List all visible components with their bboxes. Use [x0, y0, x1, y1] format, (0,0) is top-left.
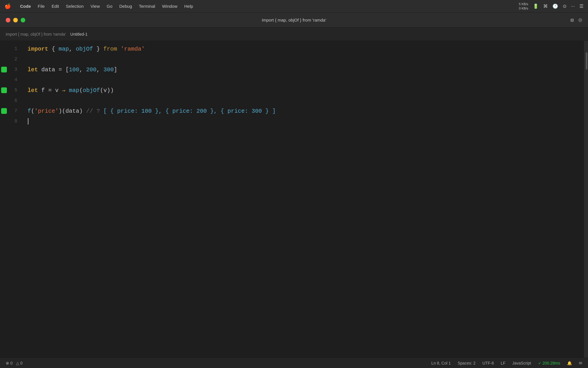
- num-200: 200: [86, 66, 96, 73]
- gutter-line-7: 7: [0, 106, 23, 116]
- punct-comma-2: ,: [96, 66, 103, 73]
- var-data-arg: data: [65, 108, 79, 114]
- feedback-icon[interactable]: ✉: [579, 361, 582, 365]
- code-line-3: let data = [ 100 , 200 , 300 ]: [23, 64, 584, 75]
- window-title: import { map, objOf } from 'ramda': [262, 18, 326, 22]
- settings-circle-button[interactable]: [578, 18, 582, 22]
- maximize-button[interactable]: [21, 18, 25, 22]
- indentation[interactable]: Spaces: 2: [458, 361, 475, 365]
- error-count[interactable]: ⊗ 0 △ 0: [6, 361, 23, 365]
- fn-map: map: [59, 46, 69, 52]
- fn-objof: objOf: [76, 46, 93, 52]
- filename-label[interactable]: Untitled-1: [70, 32, 88, 37]
- warning-number: 0: [20, 361, 23, 365]
- keyword-import: import: [28, 46, 48, 52]
- notifications-icon[interactable]: 🔔: [567, 361, 572, 365]
- scrollbar-thumb[interactable]: [586, 52, 587, 70]
- error-icon: ⊗: [6, 361, 9, 365]
- punct-comma-1: ,: [79, 66, 86, 73]
- empty-line-4: [28, 77, 31, 83]
- language-mode[interactable]: JavaScript: [512, 361, 531, 365]
- status-right-group: Ln 8, Col 1 Spaces: 2 UTF-8 LF JavaScrip…: [431, 361, 582, 365]
- punct-3: }: [93, 46, 103, 52]
- code-line-2: [23, 54, 584, 64]
- menu-item-help[interactable]: Help: [184, 4, 193, 9]
- punct-4: [117, 46, 121, 52]
- split-editor-icon[interactable]: ⊟: [570, 17, 574, 23]
- cursor-position[interactable]: Ln 8, Col 1: [431, 361, 451, 365]
- empty-line-2: [28, 56, 31, 63]
- menu-bar-right: 5 KB/s 0 KB/s 🔋 ⌘ 🕐 ⊙ ··· ☰: [519, 2, 583, 10]
- menu-item-view[interactable]: View: [90, 4, 100, 9]
- gutter-line-2: 2: [0, 54, 23, 64]
- minimize-button[interactable]: [13, 18, 18, 22]
- line-num-8: 8: [14, 119, 17, 124]
- menu-item-edit[interactable]: Edit: [52, 4, 59, 9]
- network-up: 5 KB/s: [519, 2, 528, 6]
- window-controls: [6, 18, 25, 22]
- status-bar: ⊗ 0 △ 0 Ln 8, Col 1 Spaces: 2 UTF-8 LF J…: [0, 358, 588, 368]
- line-num-7: 7: [14, 109, 17, 113]
- var-v-arg: v: [103, 87, 107, 94]
- title-bar-right: ⊟: [570, 17, 582, 23]
- line-num-2: 2: [14, 57, 17, 62]
- menu-item-code[interactable]: Code: [20, 4, 31, 9]
- punct-paren-close-4: ): [79, 108, 83, 114]
- punct-paren-open-1: (: [79, 87, 83, 94]
- menu-items: Code File Edit Selection View Go Debug T…: [20, 4, 193, 9]
- keyword-let-2: let: [28, 87, 38, 94]
- code-line-6: [23, 95, 584, 106]
- encoding[interactable]: UTF-8: [482, 361, 494, 365]
- code-line-4: [23, 75, 584, 85]
- cursor-line: [28, 118, 28, 124]
- apple-logo-icon: 🍎: [5, 3, 11, 9]
- editor-content[interactable]: import { map , objOf } from 'ramda' let …: [23, 41, 584, 358]
- menu-item-go[interactable]: Go: [107, 4, 113, 9]
- gutter-line-4: 4: [0, 75, 23, 85]
- title-bar: import { map, objOf } from 'ramda' ⊟: [0, 13, 588, 28]
- punct-eq-1: =: [59, 66, 65, 73]
- line-ending[interactable]: LF: [501, 361, 505, 365]
- var-v: v: [55, 87, 62, 94]
- code-line-1: import { map , objOf } from 'ramda': [23, 44, 584, 54]
- scrollbar[interactable]: [584, 41, 588, 358]
- tab-bar: import { map, objOf } from 'ramda' Untit…: [0, 28, 588, 41]
- punct-eq-2: =: [48, 87, 55, 94]
- menu-item-window[interactable]: Window: [162, 4, 177, 9]
- menu-item-terminal[interactable]: Terminal: [139, 4, 155, 9]
- breakpoint-3[interactable]: [1, 67, 7, 72]
- editor-gutter: 1 2 3 4 5 6 7 8: [0, 41, 23, 358]
- punct-paren-open-2: (: [100, 87, 103, 94]
- gutter-line-3: 3: [0, 64, 23, 75]
- error-number: 0: [10, 361, 13, 365]
- code-line-7: f ( 'price' )( data ) // ? [ { price: 10…: [23, 106, 584, 116]
- code-line-5: let f = v ⇒ map ( objOf ( v )): [23, 85, 584, 95]
- battery-icon: 🔋: [533, 3, 539, 9]
- gutter-line-1: 1: [0, 44, 23, 54]
- menu-item-file[interactable]: File: [38, 4, 45, 9]
- line-num-6: 6: [14, 98, 17, 103]
- punct-bracket-open: [: [65, 66, 69, 73]
- clock-icon: 🕐: [552, 3, 558, 9]
- gutter-line-6: 6: [0, 95, 23, 106]
- breadcrumb: import { map, objOf } from 'ramda' Untit…: [0, 32, 93, 37]
- comment-slash: // ?: [83, 108, 103, 114]
- breakpoint-5[interactable]: [1, 87, 7, 93]
- keyword-from: from: [103, 46, 117, 52]
- gutter-line-8: 8: [0, 116, 23, 126]
- line-num-4: 4: [14, 78, 17, 82]
- close-button[interactable]: [6, 18, 10, 22]
- breakpoint-7[interactable]: [1, 108, 7, 114]
- str-price: 'price': [34, 108, 59, 114]
- arrow-symbol: ⇒: [62, 87, 69, 94]
- menu-item-debug[interactable]: Debug: [119, 4, 132, 9]
- punct-paren-open-3: (: [31, 108, 34, 114]
- var-data: data: [38, 66, 59, 73]
- menu-item-selection[interactable]: Selection: [66, 4, 84, 9]
- punct-2: ,: [69, 46, 76, 52]
- breadcrumb-path: import { map, objOf } from 'ramda': [6, 32, 66, 37]
- network-down: 0 KB/s: [519, 6, 528, 10]
- line-num-3: 3: [14, 67, 17, 72]
- wifi-icon: ⌘: [543, 3, 548, 9]
- more-icon: ···: [571, 4, 575, 9]
